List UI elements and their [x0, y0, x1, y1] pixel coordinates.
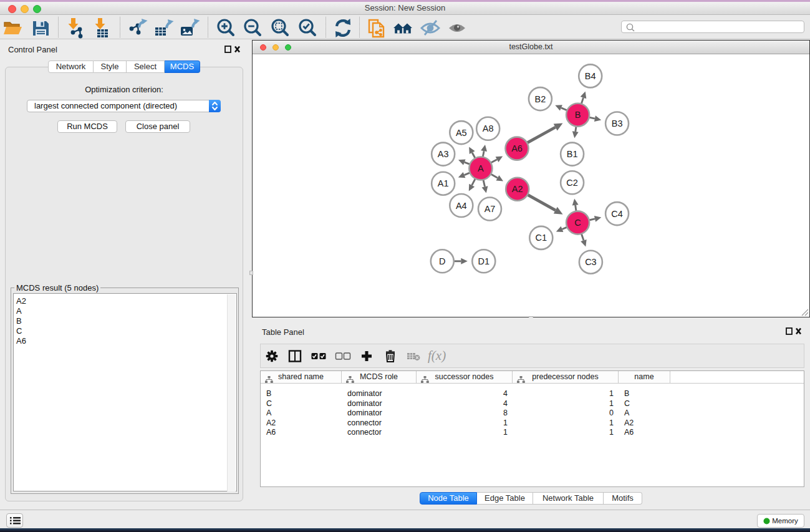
- svg-text:A: A: [478, 163, 484, 173]
- svg-text:A3: A3: [438, 149, 449, 159]
- svg-text:A6: A6: [511, 143, 523, 153]
- svg-text:A5: A5: [456, 128, 467, 138]
- svg-text:A2: A2: [512, 184, 523, 194]
- svg-text:C4: C4: [611, 209, 623, 219]
- svg-text:C2: C2: [566, 178, 578, 188]
- svg-text:B4: B4: [585, 71, 596, 81]
- svg-text:B2: B2: [535, 94, 546, 104]
- svg-text:A1: A1: [438, 178, 449, 188]
- svg-text:D1: D1: [478, 256, 490, 266]
- svg-text:C: C: [574, 218, 581, 228]
- svg-text:D: D: [439, 256, 445, 266]
- svg-text:A8: A8: [483, 123, 494, 133]
- svg-text:C3: C3: [585, 257, 597, 267]
- svg-text:B3: B3: [612, 118, 623, 128]
- svg-text:C1: C1: [536, 233, 547, 243]
- svg-text:B: B: [575, 110, 581, 120]
- svg-text:A7: A7: [485, 204, 496, 214]
- svg-text:A4: A4: [456, 201, 467, 211]
- svg-text:B1: B1: [567, 149, 578, 159]
